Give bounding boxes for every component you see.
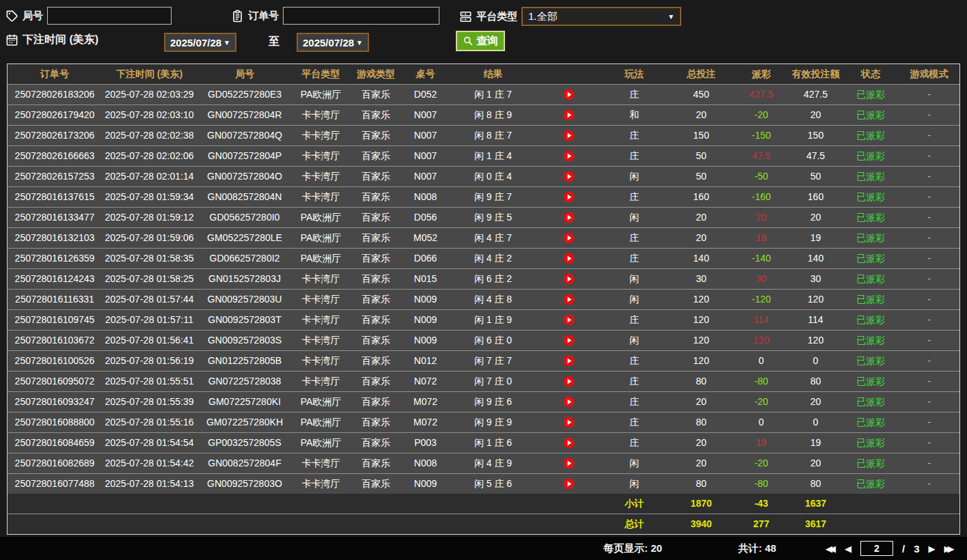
valid-bet-cell: 120 <box>789 290 843 309</box>
query-button[interactable]: 查询 <box>456 31 505 51</box>
table-row: 250728016109745 2025-07-28 01:57:11 GN00… <box>8 310 959 331</box>
round-input[interactable] <box>47 7 172 25</box>
valid-bet-cell: 20 <box>789 392 843 412</box>
table-number-cell: N007 <box>403 167 448 186</box>
game-type-cell: 百家乐 <box>349 146 403 166</box>
date-to-button[interactable]: 2025/07/28 ▼ <box>297 33 369 52</box>
round-number-cell: GD066257280I2 <box>197 249 292 268</box>
play-icon[interactable] <box>563 437 575 449</box>
play-icon[interactable] <box>563 355 575 367</box>
valid-bet-cell: 150 <box>789 126 843 145</box>
game-type-cell: 百家乐 <box>349 126 403 145</box>
play-icon[interactable] <box>563 314 575 326</box>
col-header-video <box>538 64 600 84</box>
status-badge: 已派彩 <box>843 372 899 391</box>
play-icon[interactable] <box>563 253 575 264</box>
play-icon[interactable] <box>563 458 575 469</box>
table-row: 250728016124243 2025-07-28 01:58:25 GN01… <box>8 269 959 290</box>
video-cell <box>538 249 600 268</box>
play-icon[interactable] <box>563 130 575 141</box>
bet-time-cell: 2025-07-28 01:55:16 <box>102 412 197 432</box>
round-filter-group: 局号 <box>5 7 172 25</box>
video-cell <box>538 331 600 350</box>
video-cell <box>538 146 600 166</box>
play-icon[interactable] <box>563 335 575 346</box>
video-cell <box>538 474 600 494</box>
order-number-cell: 250728016133477 <box>8 208 102 227</box>
total-bet-cell: 120 <box>668 310 734 330</box>
play-icon[interactable] <box>563 150 575 162</box>
table-body: 250728026183206 2025-07-28 02:03:29 GD05… <box>8 85 959 494</box>
status-badge: 已派彩 <box>843 269 899 289</box>
video-cell <box>538 392 600 412</box>
video-cell <box>538 412 600 432</box>
date-from-button[interactable]: 2025/07/28 ▼ <box>164 33 236 52</box>
play-icon[interactable] <box>563 171 575 182</box>
order-number-cell: 250728016116331 <box>8 290 102 309</box>
play-icon[interactable] <box>563 294 575 305</box>
order-number-cell: 250728016082689 <box>8 453 102 473</box>
valid-bet-cell: 114 <box>789 310 843 330</box>
col-header-valid: 有效投注额 <box>789 64 843 84</box>
col-header-result: 结果 <box>448 64 538 84</box>
play-icon[interactable] <box>563 109 575 121</box>
result-cell: 闲 7 庄 0 <box>448 372 538 391</box>
order-input[interactable] <box>283 7 439 25</box>
page-number-input[interactable] <box>860 541 893 556</box>
total-bet-cell: 50 <box>668 146 734 166</box>
round-number-cell: GN0082572804F <box>197 453 292 473</box>
platform-cell: 卡卡湾厅 <box>292 474 349 494</box>
server-icon <box>459 10 472 23</box>
play-icon[interactable] <box>563 417 575 428</box>
game-type-cell: 百家乐 <box>349 351 403 371</box>
table-number-cell: M052 <box>403 228 448 248</box>
game-type-cell: 百家乐 <box>349 331 403 350</box>
total-bet-cell: 20 <box>668 433 734 453</box>
col-header-round: 局号 <box>197 64 292 84</box>
round-label: 局号 <box>23 10 43 23</box>
clipboard-icon <box>231 10 244 23</box>
game-type-cell: 百家乐 <box>349 228 403 248</box>
play-icon[interactable] <box>563 191 575 203</box>
game-mode-cell: - <box>899 269 959 289</box>
status-badge: 已派彩 <box>843 412 899 432</box>
play-icon[interactable] <box>563 376 575 387</box>
subtotal-valid: 1637 <box>789 494 843 514</box>
play-icon[interactable] <box>563 478 575 490</box>
play-method-cell: 庄 <box>600 228 668 248</box>
page-separator: / <box>902 543 905 555</box>
play-icon[interactable] <box>563 273 575 285</box>
play-icon[interactable] <box>563 396 575 408</box>
status-badge: 已派彩 <box>843 146 899 166</box>
result-cell: 闲 4 庄 8 <box>448 290 538 309</box>
play-icon[interactable] <box>563 212 575 223</box>
bet-time-cell: 2025-07-28 01:59:12 <box>102 208 197 227</box>
game-mode-cell: - <box>899 228 959 248</box>
table-number-cell: N009 <box>403 474 448 494</box>
order-number-cell: 250728016088800 <box>8 412 102 432</box>
platform-select[interactable]: 1.全部 ▼ <box>521 7 681 26</box>
date-to-value: 2025/07/28 <box>303 37 354 48</box>
total-bet-cell: 80 <box>668 412 734 432</box>
game-type-cell: 百家乐 <box>349 85 403 104</box>
order-number-cell: 250728026179420 <box>8 105 102 125</box>
valid-bet-cell: 160 <box>789 187 843 207</box>
subtotal-payout: -43 <box>734 494 789 514</box>
platform-cell: PA欧洲厅 <box>292 249 349 268</box>
result-cell: 闲 6 庄 0 <box>448 331 538 350</box>
order-number-cell: 250728016093247 <box>8 392 102 412</box>
result-cell: 闲 9 庄 7 <box>448 187 538 207</box>
next-page-icon[interactable]: ▶ <box>929 544 936 553</box>
status-badge: 已派彩 <box>843 208 899 227</box>
last-page-icon[interactable]: ▶▶ <box>944 544 955 553</box>
first-page-icon[interactable]: ◀◀ <box>826 544 836 553</box>
date-from-value: 2025/07/28 <box>170 37 221 48</box>
table-row: 250728026157253 2025-07-28 02:01:14 GN00… <box>8 167 959 187</box>
play-icon[interactable] <box>563 89 575 100</box>
play-method-cell: 庄 <box>600 249 668 268</box>
play-icon[interactable] <box>563 232 575 244</box>
prev-page-icon[interactable]: ◀ <box>845 544 852 553</box>
platform-cell: PA欧洲厅 <box>292 228 349 248</box>
total-bet-cell: 150 <box>668 126 734 145</box>
play-method-cell: 闲 <box>600 453 668 473</box>
